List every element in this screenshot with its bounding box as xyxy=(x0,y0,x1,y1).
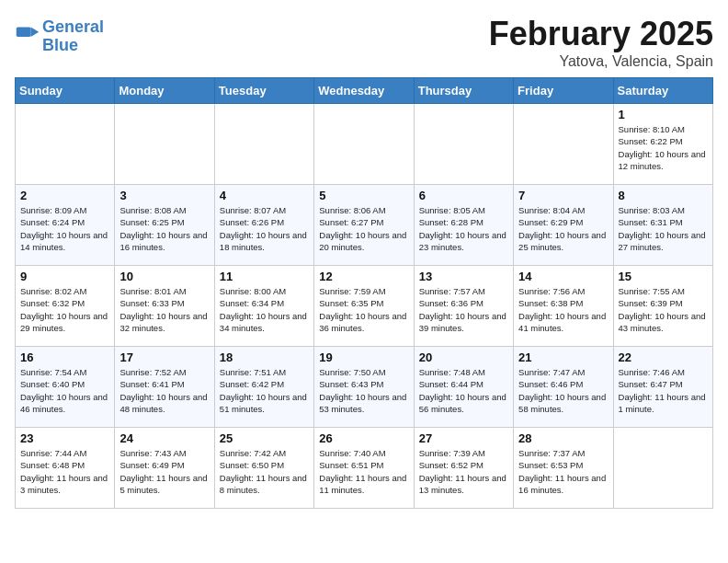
logo-blue: Blue xyxy=(42,37,104,55)
calendar-week-row: 1Sunrise: 8:10 AM Sunset: 6:22 PM Daylig… xyxy=(16,104,713,185)
day-number: 26 xyxy=(319,431,408,445)
calendar-cell xyxy=(16,104,115,185)
logo-text: General Blue xyxy=(42,18,104,55)
calendar-cell: 17Sunrise: 7:52 AM Sunset: 6:41 PM Dayli… xyxy=(115,347,214,428)
logo-icon xyxy=(15,24,40,50)
title-area: February 2025 Yatova, Valencia, Spain xyxy=(489,15,713,70)
calendar-cell: 15Sunrise: 7:55 AM Sunset: 6:39 PM Dayli… xyxy=(613,266,712,347)
day-number: 28 xyxy=(518,431,608,445)
day-number: 14 xyxy=(518,270,608,283)
calendar-cell: 8Sunrise: 8:03 AM Sunset: 6:31 PM Daylig… xyxy=(613,185,712,266)
day-info: Sunrise: 7:46 AM Sunset: 6:47 PM Dayligh… xyxy=(619,366,708,415)
day-info: Sunrise: 7:54 AM Sunset: 6:40 PM Dayligh… xyxy=(20,366,109,415)
calendar-cell: 14Sunrise: 7:56 AM Sunset: 6:38 PM Dayli… xyxy=(514,266,613,347)
day-number: 11 xyxy=(220,270,309,283)
calendar-cell: 5Sunrise: 8:06 AM Sunset: 6:27 PM Daylig… xyxy=(314,185,414,266)
calendar-day-header: Sunday xyxy=(16,78,115,104)
calendar-cell xyxy=(414,104,513,185)
calendar-cell: 1Sunrise: 8:10 AM Sunset: 6:22 PM Daylig… xyxy=(613,104,712,185)
calendar-day-header: Monday xyxy=(115,78,214,104)
day-number: 18 xyxy=(220,350,309,364)
calendar-body: 1Sunrise: 8:10 AM Sunset: 6:22 PM Daylig… xyxy=(16,104,713,509)
day-info: Sunrise: 7:56 AM Sunset: 6:38 PM Dayligh… xyxy=(518,285,608,334)
day-info: Sunrise: 7:50 AM Sunset: 6:43 PM Dayligh… xyxy=(319,366,408,415)
calendar-cell: 7Sunrise: 8:04 AM Sunset: 6:29 PM Daylig… xyxy=(514,185,613,266)
header: General Blue February 2025 Yatova, Valen… xyxy=(15,15,713,70)
day-number: 9 xyxy=(20,270,109,283)
day-number: 24 xyxy=(119,431,209,445)
svg-rect-0 xyxy=(17,27,31,37)
calendar-cell: 4Sunrise: 8:07 AM Sunset: 6:26 PM Daylig… xyxy=(214,185,313,266)
calendar-day-header: Friday xyxy=(514,78,613,104)
calendar: SundayMondayTuesdayWednesdayThursdayFrid… xyxy=(15,77,713,509)
calendar-week-row: 16Sunrise: 7:54 AM Sunset: 6:40 PM Dayli… xyxy=(16,347,713,428)
day-info: Sunrise: 8:05 AM Sunset: 6:28 PM Dayligh… xyxy=(419,204,508,253)
calendar-cell: 9Sunrise: 8:02 AM Sunset: 6:32 PM Daylig… xyxy=(16,266,115,347)
calendar-day-header: Saturday xyxy=(613,78,712,104)
day-number: 2 xyxy=(20,189,109,202)
calendar-cell: 2Sunrise: 8:09 AM Sunset: 6:24 PM Daylig… xyxy=(16,185,115,266)
day-info: Sunrise: 7:59 AM Sunset: 6:35 PM Dayligh… xyxy=(319,285,408,334)
calendar-cell xyxy=(613,428,712,509)
day-info: Sunrise: 7:48 AM Sunset: 6:44 PM Dayligh… xyxy=(419,366,508,415)
calendar-cell: 18Sunrise: 7:51 AM Sunset: 6:42 PM Dayli… xyxy=(214,347,313,428)
calendar-cell xyxy=(314,104,414,185)
day-number: 17 xyxy=(119,350,209,364)
calendar-week-row: 2Sunrise: 8:09 AM Sunset: 6:24 PM Daylig… xyxy=(16,185,713,266)
location-title: Yatova, Valencia, Spain xyxy=(489,53,713,70)
svg-marker-1 xyxy=(31,27,40,37)
calendar-cell: 27Sunrise: 7:39 AM Sunset: 6:52 PM Dayli… xyxy=(414,428,513,509)
day-number: 19 xyxy=(319,350,408,364)
calendar-cell: 28Sunrise: 7:37 AM Sunset: 6:53 PM Dayli… xyxy=(514,428,613,509)
day-number: 16 xyxy=(20,350,109,364)
calendar-cell xyxy=(514,104,613,185)
calendar-cell: 12Sunrise: 7:59 AM Sunset: 6:35 PM Dayli… xyxy=(314,266,414,347)
day-info: Sunrise: 7:42 AM Sunset: 6:50 PM Dayligh… xyxy=(220,447,309,496)
calendar-week-row: 9Sunrise: 8:02 AM Sunset: 6:32 PM Daylig… xyxy=(16,266,713,347)
day-info: Sunrise: 8:02 AM Sunset: 6:32 PM Dayligh… xyxy=(20,285,109,334)
logo: General Blue xyxy=(15,18,104,55)
calendar-week-row: 23Sunrise: 7:44 AM Sunset: 6:48 PM Dayli… xyxy=(16,428,713,509)
day-info: Sunrise: 7:40 AM Sunset: 6:51 PM Dayligh… xyxy=(319,447,408,496)
calendar-day-header: Thursday xyxy=(414,78,513,104)
day-number: 25 xyxy=(220,431,309,445)
calendar-cell: 26Sunrise: 7:40 AM Sunset: 6:51 PM Dayli… xyxy=(314,428,414,509)
day-number: 22 xyxy=(619,350,708,364)
calendar-cell: 23Sunrise: 7:44 AM Sunset: 6:48 PM Dayli… xyxy=(16,428,115,509)
day-info: Sunrise: 7:39 AM Sunset: 6:52 PM Dayligh… xyxy=(419,447,508,496)
calendar-cell: 11Sunrise: 8:00 AM Sunset: 6:34 PM Dayli… xyxy=(214,266,313,347)
calendar-cell xyxy=(214,104,313,185)
day-info: Sunrise: 7:37 AM Sunset: 6:53 PM Dayligh… xyxy=(518,447,608,496)
day-info: Sunrise: 7:52 AM Sunset: 6:41 PM Dayligh… xyxy=(119,366,209,415)
calendar-cell xyxy=(115,104,214,185)
day-info: Sunrise: 8:10 AM Sunset: 6:22 PM Dayligh… xyxy=(619,123,708,172)
calendar-day-header: Wednesday xyxy=(314,78,414,104)
day-number: 23 xyxy=(20,431,109,445)
day-number: 27 xyxy=(419,431,508,445)
day-info: Sunrise: 7:55 AM Sunset: 6:39 PM Dayligh… xyxy=(619,285,708,334)
day-number: 10 xyxy=(119,270,209,283)
day-info: Sunrise: 8:03 AM Sunset: 6:31 PM Dayligh… xyxy=(619,204,708,253)
month-title: February 2025 xyxy=(489,15,713,53)
day-info: Sunrise: 7:44 AM Sunset: 6:48 PM Dayligh… xyxy=(20,447,109,496)
day-info: Sunrise: 7:51 AM Sunset: 6:42 PM Dayligh… xyxy=(220,366,309,415)
day-info: Sunrise: 8:06 AM Sunset: 6:27 PM Dayligh… xyxy=(319,204,408,253)
day-number: 15 xyxy=(619,270,708,283)
calendar-cell: 22Sunrise: 7:46 AM Sunset: 6:47 PM Dayli… xyxy=(613,347,712,428)
day-number: 7 xyxy=(518,189,608,202)
calendar-header-row: SundayMondayTuesdayWednesdayThursdayFrid… xyxy=(16,78,713,104)
day-number: 6 xyxy=(419,189,508,202)
day-info: Sunrise: 7:43 AM Sunset: 6:49 PM Dayligh… xyxy=(119,447,209,496)
day-number: 4 xyxy=(220,189,309,202)
calendar-cell: 3Sunrise: 8:08 AM Sunset: 6:25 PM Daylig… xyxy=(115,185,214,266)
calendar-cell: 6Sunrise: 8:05 AM Sunset: 6:28 PM Daylig… xyxy=(414,185,513,266)
day-number: 13 xyxy=(419,270,508,283)
day-info: Sunrise: 8:08 AM Sunset: 6:25 PM Dayligh… xyxy=(119,204,209,253)
day-number: 12 xyxy=(319,270,408,283)
logo-general: General xyxy=(42,17,104,36)
calendar-cell: 19Sunrise: 7:50 AM Sunset: 6:43 PM Dayli… xyxy=(314,347,414,428)
day-info: Sunrise: 8:07 AM Sunset: 6:26 PM Dayligh… xyxy=(220,204,309,253)
day-info: Sunrise: 8:01 AM Sunset: 6:33 PM Dayligh… xyxy=(119,285,209,334)
calendar-cell: 10Sunrise: 8:01 AM Sunset: 6:33 PM Dayli… xyxy=(115,266,214,347)
day-number: 1 xyxy=(619,108,708,121)
